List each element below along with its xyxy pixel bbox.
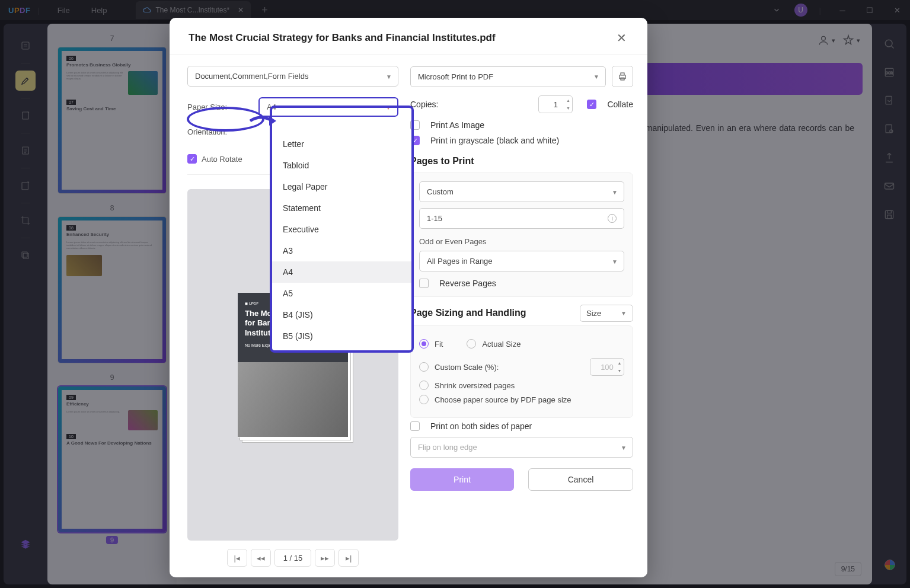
scale-input[interactable]: 100▲▼: [590, 358, 624, 376]
reverse-pages-checkbox[interactable]: [419, 279, 429, 288]
printer-select[interactable]: Microsoft Print to PDF ▼: [410, 66, 606, 87]
copies-input[interactable]: 1▲▼: [538, 95, 573, 113]
caret-icon: ▼: [386, 73, 392, 79]
svg-rect-24: [620, 75, 626, 79]
radio-fit[interactable]: [419, 339, 429, 349]
paper-size-option[interactable]: B5 (JIS): [272, 325, 411, 347]
page-range-mode-select[interactable]: Custom▼: [419, 181, 624, 202]
content-filter-select[interactable]: Document,Comment,Form Fields ▼: [187, 66, 398, 87]
sizing-heading: Page Sizing and Handling: [410, 308, 526, 318]
orientation-label: Orientation:: [187, 127, 258, 136]
paper-size-option[interactable]: Letter: [272, 133, 411, 155]
paper-size-option[interactable]: A4: [272, 261, 411, 283]
pager-last[interactable]: ▸|: [339, 549, 359, 567]
print-as-image-label: Print As Image: [430, 120, 484, 130]
copies-label: Copies:: [410, 100, 438, 109]
cancel-button[interactable]: Cancel: [528, 468, 633, 491]
pager-first[interactable]: |◂: [227, 549, 247, 567]
print-as-image-checkbox[interactable]: [410, 120, 420, 130]
dialog-title: The Most Crucial Strategy for Banks and …: [189, 32, 496, 44]
radio-custom-scale[interactable]: [419, 362, 429, 372]
printer-properties-icon[interactable]: [612, 66, 633, 87]
paper-size-select[interactable]: A4 ▼: [258, 97, 398, 117]
reverse-pages-label: Reverse Pages: [439, 279, 496, 288]
collate-checkbox[interactable]: [587, 100, 596, 109]
size-mode-select[interactable]: Size▼: [580, 305, 633, 322]
page-range-input[interactable]: 1-15i: [419, 208, 624, 229]
preview-pager: |◂ ◂◂ 1 / 15 ▸▸ ▸|: [187, 549, 398, 567]
collate-label: Collate: [607, 100, 633, 109]
grayscale-label: Print in grayscale (black and white): [430, 136, 559, 145]
duplex-label: Print on both sides of paper: [430, 421, 532, 431]
odd-even-select[interactable]: All Pages in Range▼: [419, 251, 624, 271]
pager-display[interactable]: 1 / 15: [274, 549, 312, 567]
pager-prev[interactable]: ◂◂: [251, 549, 271, 567]
pager-next[interactable]: ▸▸: [315, 549, 335, 567]
paper-size-option[interactable]: Legal Paper: [272, 176, 411, 197]
paper-size-value: A4: [267, 103, 276, 111]
caret-icon: ▼: [593, 74, 599, 80]
paper-size-option[interactable]: A5: [272, 283, 411, 304]
paper-size-option[interactable]: Executive: [272, 219, 411, 240]
content-filter-value: Document,Comment,Form Fields: [195, 72, 308, 81]
flip-select: Flip on long edge▼: [410, 437, 633, 458]
paper-size-dropdown: LetterTabloidLegal PaperStatementExecuti…: [270, 130, 414, 353]
radio-shrink[interactable]: [419, 381, 429, 390]
radio-paper-source[interactable]: [419, 395, 429, 404]
print-button[interactable]: Print: [410, 468, 514, 491]
paper-size-option[interactable]: A3: [272, 240, 411, 261]
paper-size-option[interactable]: Statement: [272, 197, 411, 219]
auto-rotate-checkbox[interactable]: [187, 154, 197, 164]
printer-value: Microsoft Print to PDF: [418, 72, 493, 81]
info-icon[interactable]: i: [608, 214, 617, 223]
auto-rotate-label: Auto Rotate: [202, 155, 242, 164]
paper-size-option[interactable]: B4 (JIS): [272, 304, 411, 325]
svg-rect-25: [621, 73, 624, 75]
pages-to-print-heading: Pages to Print: [410, 156, 633, 167]
duplex-checkbox[interactable]: [410, 421, 420, 431]
caret-icon: ▼: [385, 104, 391, 110]
paper-size-option[interactable]: Tabloid: [272, 155, 411, 176]
odd-even-label: Odd or Even Pages: [419, 237, 624, 246]
paper-size-label: Paper Size:: [187, 103, 258, 111]
dialog-close-icon[interactable]: ✕: [614, 31, 628, 45]
radio-actual[interactable]: [467, 339, 476, 349]
